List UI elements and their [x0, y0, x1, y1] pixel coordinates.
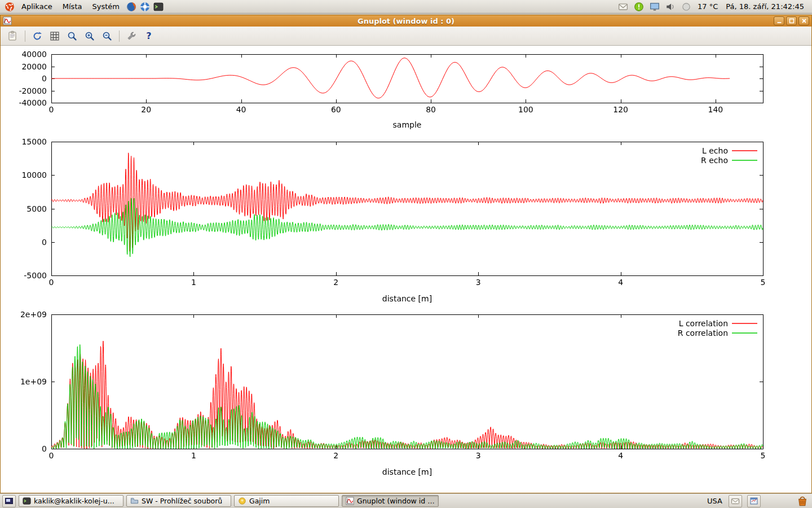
zoom-previous-button[interactable] — [64, 29, 80, 43]
terminal-launcher-icon[interactable] — [152, 1, 165, 13]
system-tray: 17 °C Pá, 18. září, 21:42:45 — [617, 1, 809, 13]
toolbar: ? — [1, 27, 811, 46]
menu-places[interactable]: Místa — [58, 1, 87, 12]
help-launcher-icon[interactable] — [139, 1, 151, 13]
toggle-grid-button[interactable] — [47, 29, 63, 43]
task-label: Gajim — [249, 497, 270, 505]
window-title: Gnuplot (window id : 0) — [1, 17, 811, 25]
task-gnuplot[interactable]: Gnuplot (window id : 0) — [342, 495, 439, 507]
zoom-previous-icon — [67, 30, 78, 42]
top-panel: Aplikace Místa Systém 17 °C Pá, 18. září… — [0, 0, 812, 14]
copy-to-clipboard-button[interactable] — [5, 29, 21, 43]
task-terminal[interactable]: kaklik@kaklik-kolej-u... — [19, 495, 123, 507]
help-icon: ? — [146, 30, 151, 41]
task-label: kaklik@kaklik-kolej-u... — [34, 497, 114, 505]
keyboard-layout-indicator[interactable]: USA — [706, 497, 723, 505]
mail-tray-icon[interactable] — [729, 495, 742, 507]
gnuplot-icon — [346, 497, 354, 505]
trash-icon[interactable] — [795, 494, 810, 508]
titlebar[interactable]: Gnuplot (window id : 0) — [1, 15, 811, 27]
task-label: Gnuplot (window id : 0) — [357, 497, 435, 505]
task-gajim[interactable]: Gajim — [234, 495, 339, 507]
clipboard-icon — [7, 30, 19, 42]
zoom-in-icon — [84, 30, 95, 42]
gnuplot-window-icon — [3, 16, 12, 25]
ubuntu-logo-icon[interactable] — [3, 1, 16, 13]
close-icon — [801, 18, 807, 24]
gajim-icon — [238, 497, 246, 505]
display-icon[interactable] — [649, 1, 660, 13]
show-desktop-icon[interactable] — [2, 495, 16, 507]
task-label: SW - Prohlížeč souborů — [142, 497, 222, 505]
file-manager-icon — [130, 497, 139, 505]
zoom-out-icon — [102, 30, 113, 42]
gnuplot-window: Gnuplot (window id : 0) — [0, 15, 812, 493]
task-file-manager[interactable]: SW - Prohlížeč souborů — [126, 495, 231, 507]
firefox-launcher-icon[interactable] — [125, 1, 138, 13]
temperature[interactable]: 17 °C — [696, 2, 719, 11]
menu-system[interactable]: Systém — [87, 1, 123, 12]
update-notifier-icon[interactable] — [633, 1, 645, 13]
grid-icon — [49, 30, 60, 42]
zoom-in-button[interactable] — [82, 29, 98, 43]
volume-icon[interactable] — [665, 1, 676, 13]
maximize-button[interactable] — [786, 16, 797, 25]
clock[interactable]: Pá, 18. září, 21:42:45 — [723, 2, 809, 11]
plot-area — [1, 46, 811, 493]
weather-icon[interactable] — [681, 1, 692, 13]
terminal-icon — [23, 497, 31, 505]
replot-icon — [32, 30, 43, 42]
help-button[interactable]: ? — [141, 29, 157, 43]
taskbar: kaklik@kaklik-kolej-u... SW - Prohlížeč … — [0, 493, 812, 508]
replot-button[interactable] — [29, 29, 45, 43]
wrench-icon — [126, 30, 137, 42]
menu-applications[interactable]: Aplikace — [17, 1, 57, 12]
minimize-button[interactable] — [774, 16, 784, 25]
maximize-icon — [789, 18, 795, 24]
toolbar-separator — [25, 30, 25, 42]
zoom-out-button[interactable] — [99, 29, 115, 43]
plot-canvas[interactable] — [1, 46, 811, 485]
settings-button[interactable] — [123, 29, 139, 43]
mail-icon[interactable] — [617, 1, 629, 13]
minimize-icon — [776, 18, 782, 24]
window-tray-icon[interactable] — [747, 495, 761, 507]
toolbar-separator — [119, 30, 120, 42]
close-button[interactable] — [798, 16, 809, 25]
